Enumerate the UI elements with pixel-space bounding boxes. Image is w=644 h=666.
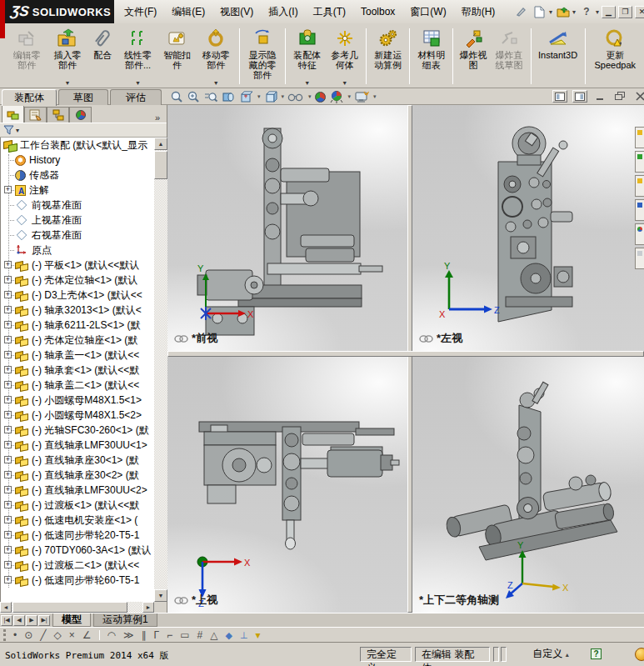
vertical-scroll-thumb[interactable]	[154, 151, 167, 179]
assembly-features-button[interactable]: 装配体特征 ▼	[289, 25, 325, 88]
expand-icon[interactable]: +	[4, 486, 12, 493]
toolbar-mode-status[interactable]: 自定义 ▴	[521, 647, 581, 662]
instant3d-button[interactable]: Instant3D	[535, 25, 582, 88]
help-dropdown[interactable]: ▾	[596, 8, 599, 16]
filter-dropdown[interactable]: ▾	[16, 127, 19, 134]
point-tool-icon[interactable]: •	[13, 629, 17, 641]
expand-icon[interactable]: +	[4, 291, 12, 298]
configuration-manager-tab[interactable]	[47, 107, 69, 123]
scroll-down-button[interactable]: ▼	[154, 589, 167, 602]
polygon-tool-icon[interactable]: ◇	[54, 629, 62, 641]
menu-help[interactable]: 帮助(H)	[454, 3, 503, 21]
docked-tool-button[interactable]	[635, 223, 644, 245]
construction-line-icon[interactable]: ⌐	[167, 629, 172, 641]
expand-icon[interactable]: +	[4, 501, 12, 508]
tree-item-part[interactable]: +(-) 过渡板二<1> (默认<<	[1, 558, 154, 573]
tree-item-part[interactable]: +(-) 低速同步带轮20-T5-1	[1, 528, 154, 543]
mate-button[interactable]: 配合	[88, 25, 117, 88]
view-settings-dropdown[interactable]: ▾	[373, 93, 377, 100]
linear-component-pattern-button[interactable]: 线性零部件... ▼	[118, 25, 157, 88]
insert-component-button[interactable]: 插入零部件 ▼	[48, 25, 87, 88]
tab-sketch[interactable]: 草图	[58, 89, 108, 105]
tree-item-part[interactable]: +(-) 平板<1> (默认<<默认	[1, 258, 154, 273]
expand-icon[interactable]: +	[4, 381, 12, 388]
expand-icon[interactable]: +	[4, 366, 12, 373]
tree-item-part[interactable]: +(-) 70TDY060-3A<1> (默认	[1, 543, 154, 558]
last-tab-button[interactable]: ▶|	[38, 615, 50, 626]
tree-item-part[interactable]: +(-) D3上壳体<1> (默认<<	[1, 288, 154, 303]
docked-tool-button[interactable]	[635, 248, 644, 269]
tab-evaluate[interactable]: 评估	[110, 89, 162, 105]
model-tab[interactable]: 模型	[52, 613, 91, 627]
trim-tool-icon[interactable]: ×	[69, 629, 75, 641]
expand-icon[interactable]: +	[4, 186, 12, 193]
tree-item-part[interactable]: +(-) 轴承盖一<1> (默认<<	[1, 348, 154, 363]
tree-item-part[interactable]: +(-) 直线轴承座30<1> (默	[1, 453, 154, 468]
viewport-left[interactable]: Y Z X *左视	[412, 105, 644, 351]
toolbar-drag-handle[interactable]	[3, 629, 6, 641]
close-button[interactable]: ✕	[635, 6, 644, 18]
tree-item-origin[interactable]: 原点	[1, 243, 154, 258]
expand-icon[interactable]: +	[4, 471, 12, 478]
tree-item-part[interactable]: +(-) 直线轴承LMF30UU<2>	[1, 483, 154, 498]
hide-show-dropdown[interactable]: ▾	[308, 93, 312, 100]
minimize-button[interactable]: ▁	[602, 6, 616, 18]
viewport-iso[interactable]: Y Z X *上下二等角轴测	[412, 357, 644, 613]
expand-icon[interactable]: +	[4, 546, 12, 553]
section-view-icon[interactable]	[222, 90, 236, 103]
assembly-features-dropdown[interactable]: ▼	[304, 80, 310, 88]
update-speedpak-button[interactable]: 更新 Speedpak	[589, 25, 642, 88]
tree-item-sensors[interactable]: 传感器	[1, 168, 154, 183]
menu-tools[interactable]: 工具(T)	[306, 3, 353, 21]
display-style-icon[interactable]	[264, 90, 277, 103]
menu-view[interactable]: 视图(V)	[212, 3, 261, 21]
edit-component-button[interactable]: 编辑零部件	[7, 25, 47, 88]
triangle-pattern-icon[interactable]: △	[210, 629, 217, 641]
expand-icon[interactable]: +	[4, 396, 12, 403]
move-component-dropdown[interactable]: ▼	[213, 80, 219, 88]
help-icon[interactable]: ?	[578, 3, 595, 20]
expand-icon[interactable]: +	[4, 306, 12, 313]
tree-item-part[interactable]: +(-) 轴承盖二<1> (默认<<	[1, 378, 154, 393]
status-help-cell[interactable]: ?	[585, 647, 603, 662]
zoom-to-area-icon[interactable]	[187, 90, 200, 103]
view-orientation-dropdown[interactable]: ▾	[257, 93, 261, 100]
display-manager-tab[interactable]	[69, 107, 92, 123]
tree-item-part[interactable]: +(-) 直线轴承LMF30UU<1>	[1, 438, 154, 453]
property-manager-tab[interactable]	[24, 107, 47, 123]
expand-icon[interactable]: +	[4, 441, 12, 448]
reference-geometry-button[interactable]: 参考几何体 ▼	[327, 25, 362, 88]
scroll-up-button[interactable]: ▲	[154, 138, 167, 150]
expand-icon[interactable]: +	[4, 516, 12, 523]
restore-button[interactable]: ❐	[618, 6, 632, 18]
rectangle-tool-icon[interactable]: ▭	[180, 629, 189, 641]
expand-icon[interactable]: +	[4, 531, 12, 538]
scroll-left-button[interactable]: ◄	[0, 602, 12, 613]
tree-item-part[interactable]: +(-) 过渡板<1> (默认<<默	[1, 498, 154, 513]
tree-item-part[interactable]: +(-) 轴承6211-2LS<1> (默	[1, 318, 154, 333]
tree-item-part[interactable]: +(-) 低速同步带轮60-T5-1	[1, 573, 154, 588]
next-tab-button[interactable]: ▶	[26, 615, 37, 626]
open-file-dropdown[interactable]: ▾	[572, 8, 576, 16]
tree-item-top-plane[interactable]: 上视基准面	[1, 213, 154, 228]
tree-horizontal-scrollbar[interactable]: ◄ ►	[0, 602, 154, 613]
tree-root-item[interactable]: 工作台装配 (默认<默认_显示	[1, 138, 154, 153]
tree-item-annotations[interactable]: +注解	[1, 183, 154, 198]
tree-item-part[interactable]: +(-) 直线轴承座30<2> (默	[1, 468, 154, 483]
mirror-tool-icon[interactable]: ≫	[123, 629, 134, 641]
expand-icon[interactable]: +	[4, 351, 12, 358]
expand-icon[interactable]: +	[4, 411, 12, 418]
parallel-relation-icon[interactable]: ∥	[142, 629, 147, 641]
explode-line-sketch-button[interactable]: 爆炸直线草图	[492, 25, 527, 88]
3d-view-cube-icon[interactable]: ◆	[225, 629, 232, 641]
pen-icon[interactable]	[512, 3, 529, 20]
viewport-front[interactable]: Y X *前视	[167, 105, 407, 351]
apply-scene-icon[interactable]	[329, 90, 344, 103]
previous-view-icon[interactable]	[203, 90, 218, 103]
hide-show-items-icon[interactable]	[287, 91, 304, 103]
expand-icon[interactable]: +	[4, 261, 12, 268]
docked-tool-button[interactable]	[635, 199, 644, 221]
tree-item-part[interactable]: +(-) 轴承套<1> (默认<<默	[1, 363, 154, 378]
tree-item-front-plane[interactable]: 前视基准面	[1, 198, 154, 213]
line-tool-icon[interactable]: ╱	[40, 629, 46, 641]
